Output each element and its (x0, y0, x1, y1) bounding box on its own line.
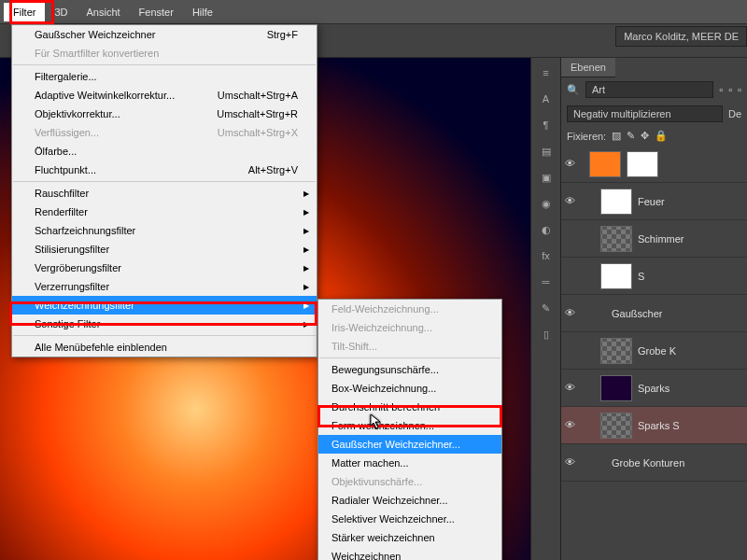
submenu-item: Feld-Weichzeichnung... (318, 300, 501, 318)
layers-tab[interactable]: Ebenen (561, 58, 615, 77)
submenu-item: Objektivunschärfe... (318, 472, 501, 491)
lock-brush-icon[interactable]: ✎ (627, 130, 635, 142)
visibility-icon[interactable]: 👁 (565, 307, 578, 320)
props-icon[interactable]: ═ (537, 273, 556, 291)
layer-name: Feuer (638, 196, 665, 207)
paragraph-icon[interactable]: ¶ (537, 116, 556, 134)
fx-icon[interactable]: fx (537, 246, 556, 265)
layer-thumb[interactable] (600, 189, 632, 215)
layer-name: S (638, 271, 644, 282)
menu-item[interactable]: Adaptive Weitwinkelkorrektur...Umschalt+… (12, 86, 317, 105)
layer-name: Schimmer (638, 233, 684, 245)
lock-label: Fixieren: (567, 131, 606, 142)
submenu-item[interactable]: Box-Weichzeichnung... (318, 379, 501, 398)
layer-row[interactable]: 👁Sparks S (561, 407, 747, 444)
layer-row[interactable]: 👁 (561, 146, 747, 183)
visibility-icon[interactable]: 👁 (565, 456, 578, 469)
menu-ansicht[interactable]: Ansicht (78, 3, 130, 21)
visibility-icon[interactable]: 👁 (565, 419, 578, 432)
menu-item[interactable]: Sonstige Filter (12, 315, 317, 333)
user-badge[interactable]: Marco Kolditz, MEER DE (615, 26, 747, 47)
menu-fenster[interactable]: Fenster (130, 3, 183, 21)
color-icon[interactable]: ◉ (537, 194, 556, 213)
swatch-icon[interactable]: ▤ (537, 142, 556, 161)
layer-thumb[interactable] (600, 338, 632, 364)
filter-icon[interactable]: ▫ (738, 84, 741, 95)
menu-3d[interactable]: 3D (45, 3, 77, 21)
submenu-item[interactable]: Bewegungsunschärfe... (318, 360, 501, 379)
menu-item[interactable]: Gaußscher WeichzeichnerStrg+F (12, 25, 317, 44)
menu-item[interactable]: Fluchtpunkt...Alt+Strg+V (12, 161, 317, 179)
visibility-icon[interactable] (565, 232, 578, 245)
blur-submenu: Feld-Weichzeichnung...Iris-Weichzeichnun… (317, 299, 502, 560)
menu-hilfe[interactable]: Hilfe (183, 3, 222, 21)
right-toolbar: ≡ A ¶ ▤ ▣ ◉ ◐ fx ═ ✎ ▯ (530, 58, 560, 560)
layer-thumb[interactable] (600, 375, 632, 401)
menu-item: Für Smartfilter konvertieren (12, 44, 317, 63)
submenu-item[interactable]: Form weichzeichnen... (318, 416, 501, 435)
layer-thumb[interactable] (600, 263, 632, 289)
lock-all-icon[interactable]: 🔒 (655, 130, 668, 142)
layer-mask[interactable] (627, 151, 658, 177)
layer-kind-select[interactable]: Art (585, 81, 713, 98)
submenu-item[interactable]: Matter machen... (318, 454, 501, 472)
filter-icon[interactable]: ▫ (728, 84, 732, 95)
layer-name: Grobe Konturen (612, 457, 684, 469)
layer-row[interactable]: S (561, 258, 747, 295)
blend-mode-select[interactable]: Negativ multiplizieren (567, 105, 723, 122)
menu-item[interactable]: Weichzeichnungsfilter (12, 296, 317, 315)
menu-item[interactable]: Vergröberungsfilter (12, 259, 317, 277)
visibility-icon[interactable]: 👁 (565, 158, 578, 171)
layer-row[interactable]: 👁Sparks (561, 370, 747, 407)
menu-item[interactable]: Objektivkorrektur...Umschalt+Strg+R (12, 105, 317, 123)
layer-name: Gaußscher (612, 308, 662, 319)
layer-name: Sparks S (638, 420, 680, 431)
menu-item[interactable]: Scharfzeichnungsfilter (12, 221, 317, 240)
submenu-item[interactable]: Durchschnitt berechnen (318, 398, 501, 416)
layer-thumb[interactable] (589, 151, 621, 177)
menu-item[interactable]: Renderfilter (12, 203, 317, 221)
layer-name: Sparks (638, 383, 669, 394)
layer-row[interactable]: Grobe K (561, 332, 747, 370)
menu-item[interactable]: Stilisierungsfilter (12, 240, 317, 259)
layer-row[interactable]: 👁Feuer (561, 183, 747, 220)
layer-row[interactable]: Schimmer (561, 220, 747, 258)
adjust-icon[interactable]: ◐ (537, 220, 556, 239)
submenu-item: Iris-Weichzeichnung... (318, 318, 501, 337)
submenu-item[interactable]: Selektiver Weichzeichner... (318, 510, 501, 528)
submenu-item[interactable]: Stärker weichzeichnen (318, 528, 501, 547)
layer-row[interactable]: 👁Gaußscher (561, 295, 747, 332)
clone-icon[interactable]: ▯ (537, 325, 556, 343)
layers-panel: Ebenen 🔍 Art ▫ ▫ ▫ Negativ multipliziere… (560, 58, 747, 560)
cursor-icon (370, 413, 383, 430)
submenu-item[interactable]: Gaußscher Weichzeichner... (318, 435, 501, 454)
menu-item[interactable]: Ölfarbe... (12, 142, 317, 161)
submenu-item: Tilt-Shift... (318, 337, 501, 356)
menu-filter[interactable]: Filter (4, 3, 45, 21)
menubar: Filter3DAnsichtFensterHilfe (0, 0, 747, 24)
menu-item[interactable]: Filtergalerie... (12, 67, 317, 86)
visibility-icon[interactable]: 👁 (565, 382, 578, 395)
brush-icon[interactable]: ✎ (537, 299, 556, 317)
layer-name: Grobe K (638, 345, 676, 357)
filter-menu: Gaußscher WeichzeichnerStrg+FFür Smartfi… (11, 24, 317, 357)
menu-item[interactable]: Rauschfilter (12, 184, 317, 203)
nav-icon[interactable]: ▣ (537, 168, 556, 187)
submenu-item[interactable]: Radialer Weichzeichner... (318, 491, 501, 510)
visibility-icon[interactable] (565, 344, 578, 357)
type-icon[interactable]: A (537, 90, 556, 108)
lock-move-icon[interactable]: ✥ (641, 130, 649, 142)
menu-item[interactable]: Verzerrungsfilter (12, 277, 317, 296)
menu-item[interactable]: Alle Menübefehle einblenden (12, 338, 317, 357)
filter-icon[interactable]: ▫ (719, 84, 723, 95)
lock-transparent-icon[interactable]: ▨ (612, 130, 621, 142)
layer-thumb[interactable] (600, 226, 632, 252)
history-icon[interactable]: ≡ (537, 63, 556, 82)
visibility-icon[interactable]: 👁 (565, 195, 578, 208)
submenu-item[interactable]: Weichzeichnen (318, 547, 501, 560)
visibility-icon[interactable] (565, 270, 578, 283)
menu-item: Verflüssigen...Umschalt+Strg+X (12, 123, 317, 142)
layer-row[interactable]: 👁Grobe Konturen (561, 444, 747, 482)
layer-thumb[interactable] (600, 413, 632, 439)
